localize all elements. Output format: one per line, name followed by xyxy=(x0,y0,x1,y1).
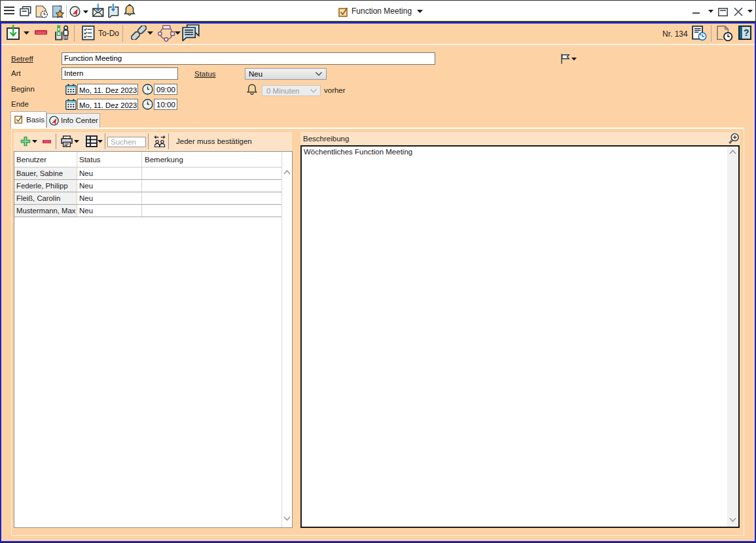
svg-text:?: ? xyxy=(744,27,749,38)
